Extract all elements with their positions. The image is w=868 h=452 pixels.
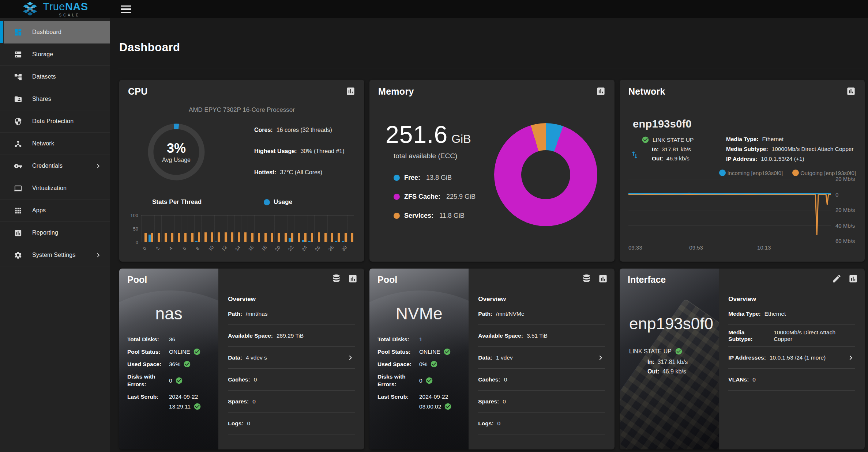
network-reports-button[interactable] — [846, 86, 856, 96]
thread-bar-group — [335, 215, 340, 242]
memory-reports-button[interactable] — [596, 86, 606, 96]
logs-row: Logs: 0 — [478, 413, 605, 434]
pool-reports-button[interactable] — [598, 274, 608, 284]
sidebar-item-shares[interactable]: Shares — [0, 88, 110, 110]
available-space-row: Available Space: 289.29 TiB — [228, 325, 355, 347]
temperature-bar — [318, 232, 320, 242]
thread-bar-group — [222, 215, 227, 242]
sidebar-item-label: Virtualization — [32, 185, 67, 191]
sidebar-item-system-settings[interactable]: System Settings — [0, 244, 110, 266]
check-circle-icon — [444, 403, 452, 410]
temperature-bar — [165, 233, 167, 242]
caches-row: Caches: 0 — [478, 369, 605, 391]
thread-bar-group — [295, 215, 300, 242]
cpu-chart-title: Stats Per Thread — [152, 198, 202, 206]
thread-bar-group — [255, 215, 260, 242]
chevron-right-icon — [846, 353, 855, 362]
interface-widget-title: Interface — [628, 274, 666, 285]
sidebar-item-data-protection[interactable]: Data Protection — [0, 110, 110, 133]
sidebar-item-dashboard[interactable]: Dashboard — [4, 21, 110, 43]
dashboard-icon — [14, 28, 22, 37]
temperature-bar — [291, 233, 293, 242]
sidebar-item-label: Shares — [32, 96, 51, 102]
path-row: Path: /mnt/nas — [228, 303, 355, 325]
datasets-tree-icon — [14, 73, 22, 81]
cpu-chart-y-axis: 050100 — [128, 215, 141, 242]
interface-reports-button[interactable] — [848, 274, 858, 284]
shared-folder-icon — [14, 95, 22, 103]
thread-bar-group — [195, 215, 200, 242]
thread-bar-group — [328, 215, 333, 242]
network-chart-legend: Incoming [enp193s0f0] Outgoing [enp193s0… — [628, 170, 856, 176]
network-interface-name: enp193s0f0 — [633, 118, 856, 130]
check-circle-icon — [430, 360, 438, 368]
temperature-bar — [178, 233, 180, 242]
sidebar-item-reporting[interactable]: Reporting — [0, 222, 110, 244]
cpu-stats: Cores: 16 cores (32 threads) Highest Usa… — [254, 127, 345, 176]
data-vdevs-row[interactable]: Data: 4 vdev s — [228, 347, 355, 369]
sidebar-item-datasets[interactable]: Datasets — [0, 66, 110, 88]
thread-bar-group — [229, 215, 233, 242]
sidebar-item-virtualization[interactable]: Virtualization — [0, 177, 110, 200]
data-vdevs-row[interactable]: Data: 1 vdev — [478, 347, 605, 369]
sidebar-item-label: Datasets — [32, 73, 56, 80]
pool-reports-button[interactable] — [348, 274, 358, 284]
top-bar: TrueNAS SCALE — [0, 0, 868, 18]
spares-row: Spares: 0 — [228, 391, 355, 413]
pool-stats: Total Disks: 1 Pool Status: ONLINE Used … — [377, 335, 466, 415]
network-hub-icon — [14, 140, 22, 148]
total-disks-stat: Total Disks: 36 — [127, 335, 215, 343]
ip-address-row: IP Address: 10.0.1.53/24 (+1) — [726, 156, 854, 162]
network-media-info: Media Type: Ethernet Media Subtype: 1000… — [715, 136, 854, 162]
menu-icon[interactable] — [121, 5, 131, 13]
temperature-bar — [231, 232, 233, 242]
memory-total-caption: total available (ECC) — [394, 152, 457, 160]
temperature-bar — [144, 233, 147, 242]
cpu-chart-legend: Usage — [264, 198, 292, 206]
check-circle-icon — [193, 348, 201, 356]
temperature-bar — [244, 232, 247, 242]
temperature-bar — [225, 232, 227, 242]
temperature-bar — [324, 233, 327, 242]
network-widget-title: Network — [628, 86, 665, 97]
sidebar-item-apps[interactable]: Apps — [0, 200, 110, 222]
pool-storage-button[interactable] — [331, 274, 341, 284]
temperature-bar — [171, 233, 173, 242]
ip-addresses-row[interactable]: IP Addresses: 10.0.1.53 /24 (1 more) — [728, 347, 855, 369]
cpu-avg-usage-value: 3% — [167, 141, 186, 156]
thread-bar-group — [275, 215, 280, 242]
pool-name: NVMe — [369, 304, 469, 323]
check-circle-icon — [675, 347, 683, 355]
zfs-legend-dot — [394, 194, 400, 200]
cpu-reports-button[interactable] — [346, 86, 356, 96]
usage-legend-label: Usage — [274, 198, 292, 206]
network-out-rate: Out: 46.9 kb/s — [652, 155, 715, 162]
temperature-bar — [204, 232, 207, 242]
incoming-legend: Incoming [enp193s0f0] — [719, 170, 783, 176]
sidebar-item-storage[interactable]: Storage — [0, 43, 110, 66]
pool-status-stat: Pool Status: ONLINE — [377, 348, 466, 356]
network-chart-x-axis: 09:3309:5310:13 — [628, 241, 831, 251]
outgoing-legend-dot — [792, 170, 799, 176]
interface-widget: Interface enp193s0f0 LINK STATE UP — [620, 269, 865, 449]
check-circle-icon — [443, 348, 451, 356]
interface-edit-button[interactable] — [832, 274, 842, 284]
disks-with-errors-stat: Disks with Errors: 0 — [127, 373, 215, 388]
cpu-avg-usage-label: Avg Usage — [162, 157, 191, 163]
pool-storage-button[interactable] — [582, 274, 591, 284]
cpu-cores-stat: Cores: 16 cores (32 threads) — [254, 127, 345, 133]
apps-grid-icon — [14, 206, 22, 215]
media-subtype-row: Media Subtype: 10000Mb/s Direct Attach C… — [728, 325, 855, 347]
memory-donut-chart — [494, 123, 597, 226]
cpu-hottest-stat: Hottest: 37°C (All Cores) — [254, 169, 345, 176]
sidebar-item-network[interactable]: Network — [0, 133, 110, 155]
sidebar-item-credentials[interactable]: Credentials — [0, 155, 110, 177]
interface-name: enp193s0f0 — [629, 315, 713, 333]
usage-bar — [149, 235, 151, 242]
chart-icon — [346, 86, 356, 96]
sidebar-item-label: Data Protection — [32, 118, 74, 125]
key-icon — [14, 162, 22, 170]
caches-row: Caches: 0 — [228, 369, 355, 391]
cpu-threads-chart — [141, 215, 354, 242]
truenas-logo[interactable]: TrueNAS SCALE — [0, 0, 110, 18]
